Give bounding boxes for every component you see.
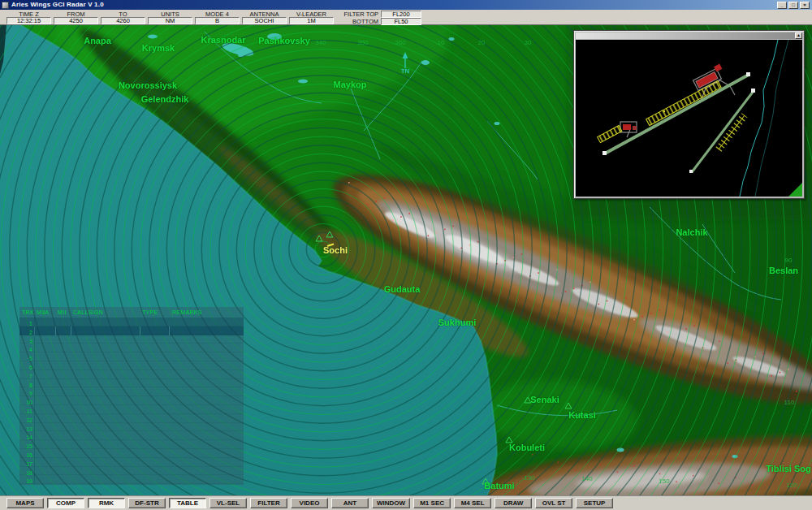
toolbar-button[interactable]: VIDEO [291,498,328,508]
track-table-row[interactable]: 5 [19,352,244,361]
track-table-row[interactable]: 13 [19,423,244,432]
window-titlebar[interactable]: Aries Wings GCI Radar V 1.0 _□× [0,0,812,10]
bearing-label: 150 [659,478,669,485]
inset-coastline [740,40,788,197]
bearing-label: 110 [784,399,795,406]
track-table-row[interactable]: 8 [19,379,244,388]
track-table-row[interactable]: 18 [19,467,244,476]
toolbar-field-value[interactable]: 12:32:15 [6,17,51,24]
window-button[interactable]: □ [788,2,798,9]
toolbar-field-value[interactable]: NM [148,17,192,24]
track-table-row[interactable]: 1 [19,318,244,326]
filter-bottom-label: BOTTOM [330,18,381,25]
toolbar-button[interactable]: RMK [88,498,125,508]
city-label: Senaki [530,395,559,404]
track-table-row[interactable]: 7 [19,370,244,379]
toolbar-button[interactable]: M1 SEC [413,498,451,508]
true-north-label: TN [401,67,410,75]
toolbar-field-value[interactable]: 4260 [101,17,145,24]
inset-window-button[interactable]: ▲ [795,32,802,39]
bearing-label: 340 [315,39,326,46]
bearing-label: 10 [438,39,445,46]
track-table-column-header: CALLSIGN [73,309,103,315]
toolbar-button[interactable]: SETUP [576,498,613,508]
inset-airport-diagram [576,40,802,197]
city-label: Gudauta [384,284,421,294]
bearing-label: 20 [478,39,486,46]
track-table-column-header: REMARKS [172,309,202,315]
track-table: TRKM3AMIICALLSIGNTYPEREMARKS 12345678910… [19,307,244,485]
bottom-toolbar: MAPSCOMPRMKDF-STRTABLEVL-SELFILTERVIDEOA… [0,495,812,510]
window-controls: _□× [777,2,812,9]
inset-taxiway-aprons [598,81,745,149]
city-label: Tiblisi Sog [766,464,810,473]
inset-titlebar[interactable]: ▲ [576,32,802,39]
track-table-row[interactable]: 11 [19,405,244,414]
bearing-label: 350 [357,39,368,46]
city-label: Batumi [484,481,514,491]
toolbar-button[interactable]: M4 SEL [454,498,491,508]
toolbar-field: UNITSNM [148,11,192,24]
filter-top-label: FILTER TOP [330,11,381,18]
radar-map-display[interactable]: AnapaKrymskKrasnodarPashkovskyNovorossiy… [0,25,812,495]
toolbar-button[interactable]: OVL ST [535,498,572,508]
track-table-column-header: MII [58,309,67,315]
track-table-row[interactable]: 6 [19,361,244,370]
track-table-row[interactable]: 9 [19,387,244,396]
toolbar-button[interactable]: ANT [331,498,369,508]
track-table-row[interactable]: 16 [19,449,244,458]
track-table-row[interactable]: 17 [19,458,244,467]
track-table-row[interactable]: 3 [19,335,244,344]
toolbar-button[interactable]: DF-STR [128,498,166,508]
track-table-row[interactable]: 14 [19,431,244,440]
track-table-header: TRKM3AMIICALLSIGNTYPEREMARKS [19,307,244,318]
toolbar-field: TO4260 [101,11,145,24]
track-table-row[interactable]: 10 [19,396,244,405]
city-label: Kobuleti [509,443,545,452]
toolbar-button[interactable]: DRAW [495,498,532,508]
bearing-label: 130 [524,474,534,482]
toolbar-button[interactable]: TABLE [169,498,206,508]
toolbar-field-label: V-LEADER [289,11,334,17]
city-label: Sukhumi [438,318,476,327]
city-label: Maykop [334,80,367,89]
filter-bottom-value[interactable]: FL50 [381,18,421,25]
app-window: Aries Wings GCI Radar V 1.0 _□× TIME Z12… [0,0,812,510]
toolbar-field-label: ANTENNA [242,11,287,17]
track-table-rows: 12345678910111213141516171819 [19,318,244,484]
track-table-column-header: TYPE [142,309,158,315]
track-table-row[interactable]: 15 [19,440,244,449]
city-label: Krasnodar [201,35,245,45]
toolbar-fields: TIME Z12:32:15FROM4250TO4260UNITSNMMODE … [6,11,334,24]
toolbar-button[interactable]: WINDOW [372,498,410,508]
window-button[interactable]: _ [777,2,787,9]
toolbar-button[interactable]: FILTER [250,498,287,508]
toolbar-field-value[interactable]: SOCHI [242,17,287,24]
filter-top-value[interactable]: FL200 [381,11,421,18]
toolbar-field-label: FROM [54,11,98,17]
toolbar-field: TIME Z12:32:15 [6,11,51,24]
city-label: Novorossiysk [119,80,177,90]
bearing-label: 360 [395,39,405,46]
toolbar-field-label: TIME Z [6,11,51,17]
city-label: Anapa [84,36,111,45]
track-table-row[interactable]: 19 [19,475,244,484]
toolbar-button[interactable]: MAPS [6,498,44,508]
track-table-column-header: TRK [22,309,34,315]
window-button[interactable]: × [800,2,810,9]
city-label: Nalchik [676,227,707,237]
track-table-row[interactable]: 12 [19,414,244,423]
inset-runway-end-markers [603,72,755,173]
track-table-column-header: M3A [37,309,49,315]
track-table-row[interactable]: 2 [19,326,244,335]
track-table-row[interactable]: 4 [19,344,244,352]
toolbar-field-value[interactable]: 4250 [54,17,98,24]
toolbar-field-value[interactable]: B [195,17,240,24]
bearing-label: 140 [581,475,592,482]
bearing-label: 120 [786,482,797,489]
top-toolbar: TIME Z12:32:15FROM4250TO4260UNITSNMMODE … [0,10,812,25]
city-label: Kutasi [568,410,596,420]
toolbar-field-value[interactable]: 1M [289,17,334,24]
toolbar-button[interactable]: COMP [47,498,84,508]
toolbar-button[interactable]: VL-SEL [209,498,247,508]
